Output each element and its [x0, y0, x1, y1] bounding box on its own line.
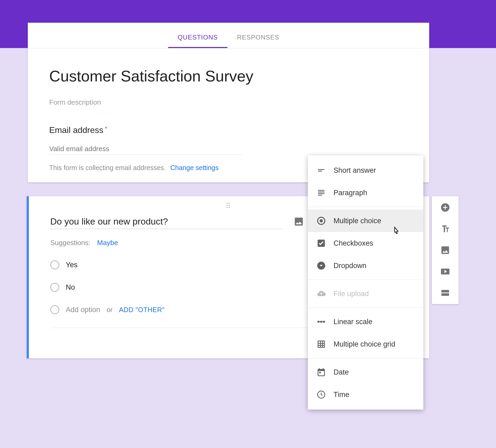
clock-icon: [316, 390, 326, 399]
type-option-label: Multiple choice grid: [334, 340, 395, 348]
menu-separator: [308, 207, 423, 207]
option-label[interactable]: No: [66, 283, 75, 292]
type-option-multiple_choice[interactable]: Multiple choice: [308, 210, 423, 232]
add-video-icon[interactable]: [440, 266, 451, 277]
type-option-label: Dropdown: [334, 262, 366, 270]
tab-responses[interactable]: RESPONSES: [227, 27, 289, 48]
type-option-file_upload: File upload: [308, 282, 423, 305]
type-option-linear_scale[interactable]: Linear scale: [308, 311, 423, 333]
type-option-date[interactable]: Date: [308, 361, 423, 383]
floating-toolbar: [432, 196, 459, 304]
svg-rect-9: [319, 372, 321, 374]
type-option-label: Linear scale: [334, 318, 373, 326]
add-other-button[interactable]: ADD "OTHER": [119, 306, 164, 314]
add-option-button[interactable]: Add option: [66, 306, 100, 314]
email-input[interactable]: [49, 143, 242, 155]
checkbox-icon: [316, 238, 326, 248]
question-text-input[interactable]: [50, 214, 283, 229]
radio-icon: [50, 283, 59, 292]
linear-icon: [316, 317, 326, 327]
add-title-icon[interactable]: [440, 223, 451, 234]
radio-icon: [50, 260, 59, 269]
required-star-icon: *: [105, 125, 107, 132]
email-note-text: This form is collecting email addresses.: [49, 164, 166, 171]
type-option-time[interactable]: Time: [308, 383, 423, 406]
type-option-label: Date: [334, 368, 349, 376]
svg-rect-7: [319, 321, 324, 322]
or-text: or: [107, 306, 113, 314]
tab-questions[interactable]: QUESTIONS: [168, 27, 227, 48]
radio-icon: [50, 305, 59, 314]
add-question-icon[interactable]: [440, 202, 451, 213]
type-option-checkboxes[interactable]: Checkboxes: [308, 232, 423, 254]
add-section-icon[interactable]: [440, 288, 451, 298]
add-image-icon[interactable]: [293, 216, 304, 227]
email-label-text: Email address: [49, 125, 103, 135]
form-description[interactable]: Form description: [49, 98, 408, 107]
question-type-menu: Short answerParagraphMultiple choiceChec…: [308, 155, 423, 410]
suggestion-chip[interactable]: Maybe: [97, 239, 118, 247]
type-option-label: Multiple choice: [334, 217, 381, 225]
menu-separator: [308, 308, 423, 308]
type-option-dropdown[interactable]: Dropdown: [308, 254, 423, 277]
change-settings-link[interactable]: Change settings: [170, 164, 219, 171]
grid-icon: [316, 339, 326, 349]
email-label: Email address*: [49, 125, 408, 135]
menu-separator: [308, 280, 423, 280]
dropdown-circle-icon: [316, 261, 326, 270]
option-label[interactable]: Yes: [66, 261, 78, 269]
type-option-mc_grid[interactable]: Multiple choice grid: [308, 333, 423, 355]
svg-point-1: [320, 219, 323, 222]
subject-icon: [316, 188, 326, 198]
cloud-upload-icon: [316, 289, 326, 298]
calendar-icon: [316, 367, 326, 377]
short-text-icon: [316, 166, 326, 175]
editor-tabs: QUESTIONS RESPONSES: [28, 23, 429, 48]
type-option-label: Paragraph: [334, 189, 367, 197]
radio-icon: [316, 216, 326, 226]
type-option-label: Time: [334, 391, 349, 399]
menu-separator: [308, 358, 423, 358]
svg-rect-8: [318, 341, 324, 347]
type-option-label: File upload: [334, 290, 369, 298]
form-title[interactable]: Customer Satisfaction Survey: [49, 67, 408, 85]
type-option-short_answer[interactable]: Short answer: [308, 159, 423, 182]
suggestions-label: Suggestions:: [50, 239, 90, 247]
type-option-label: Short answer: [334, 166, 376, 175]
type-option-label: Checkboxes: [334, 239, 373, 247]
type-option-paragraph[interactable]: Paragraph: [308, 182, 423, 204]
add-image-icon[interactable]: [440, 245, 451, 256]
